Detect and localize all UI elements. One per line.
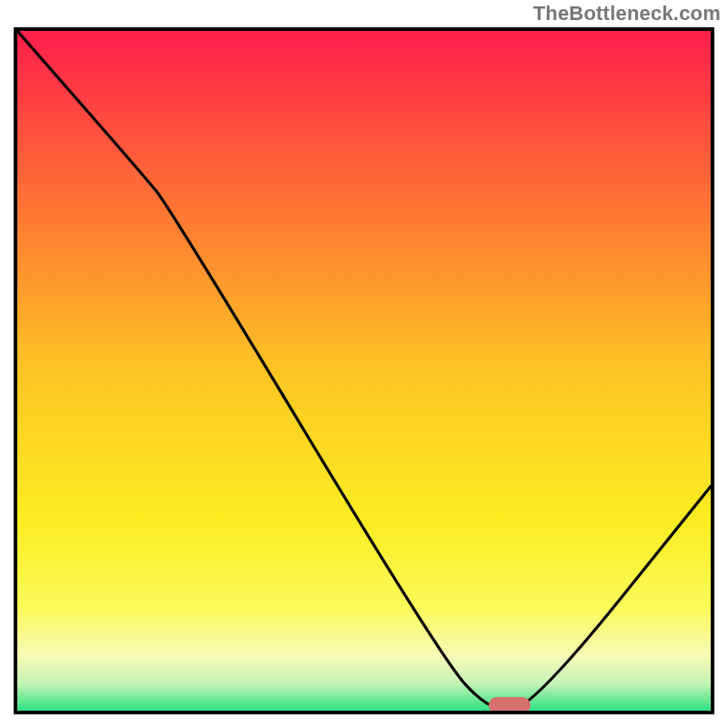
chart-container: TheBottleneck.com bbox=[0, 0, 728, 728]
plot-frame bbox=[14, 27, 714, 714]
optimal-marker bbox=[489, 697, 531, 713]
watermark-text: TheBottleneck.com bbox=[533, 2, 721, 25]
bottleneck-curve bbox=[17, 31, 711, 711]
